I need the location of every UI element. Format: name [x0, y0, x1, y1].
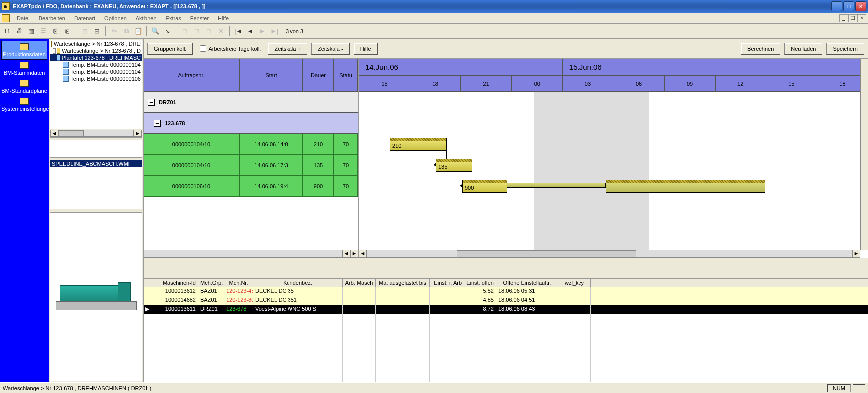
explorer-column: Warteschlange > Nr 123-678 , DREH -Warte…: [49, 39, 144, 382]
new-icon[interactable]: 🗋: [2, 26, 13, 37]
gruppen-button[interactable]: Gruppen koll.: [147, 43, 193, 55]
tree-node[interactable]: Temp. BM-Liste 0000000106: [50, 75, 142, 82]
col-dauer[interactable]: Dauer: [303, 59, 334, 92]
nav-prev-icon[interactable]: ◄: [245, 26, 256, 37]
tree-label: Temp. BM-Liste 0000000106: [70, 76, 141, 82]
gantt-hscroll[interactable]: ◄►: [359, 250, 860, 258]
tree-hscroll[interactable]: ◄►: [50, 129, 142, 137]
menu-bearbeiten[interactable]: Bearbeiten: [35, 14, 69, 22]
list-icon[interactable]: ☰: [38, 26, 49, 37]
scroll-right-icon[interactable]: ►: [852, 250, 860, 258]
tree-view[interactable]: Warteschlange > Nr 123-678 , DREH -Warte…: [50, 40, 142, 138]
col-status[interactable]: Statu: [334, 59, 358, 92]
tree-node[interactable]: -Warteschlange > Nr 123-678 , D: [50, 47, 142, 54]
sidebar-item-standardplaene[interactable]: BM-Standardpläne: [1, 78, 47, 96]
col-einst-arb[interactable]: Einst. i. Arb: [430, 279, 464, 287]
zeitskala-plus-button[interactable]: Zeitskala +: [268, 43, 307, 55]
gantt-bar-ext[interactable]: [606, 183, 765, 193]
machine-row[interactable]: 1000013612BAZ01120-123-45DECKEL DC 355,5…: [144, 287, 868, 296]
arbeitsfrei-checkbox[interactable]: Arbeitsfreie Tage koll.: [197, 45, 264, 52]
mdi-restore-icon[interactable]: ❐: [848, 14, 857, 22]
data-row[interactable]: 0000000106/1014.06.06 19:490070: [144, 176, 358, 196]
zeitskala-minus-button[interactable]: Zeitskala -: [311, 43, 350, 55]
doc-icon: [63, 62, 69, 68]
maximize-button[interactable]: □: [843, 1, 854, 11]
tree-node[interactable]: Temp. BM-Liste 0000000104: [50, 61, 142, 68]
col-wzlkey[interactable]: wzl_key: [558, 279, 591, 287]
data-row[interactable]: 0000000104/1014.06.06 14:021070: [144, 134, 358, 155]
scroll-left-icon[interactable]: ◄: [359, 250, 367, 258]
gantt-bar[interactable]: 900: [462, 183, 507, 193]
find-icon[interactable]: 🔍: [150, 26, 161, 37]
subgroup-row[interactable]: −123-678: [144, 113, 358, 134]
grid-hscroll[interactable]: ◄►: [144, 250, 358, 258]
tree-root[interactable]: Warteschlange > Nr 123-678 , DREH: [50, 40, 142, 47]
menu-extras[interactable]: Extras: [162, 14, 185, 22]
gantt-bar[interactable]: 210: [390, 141, 447, 151]
speichern-button[interactable]: Speichern: [826, 43, 864, 55]
mdi-close-icon[interactable]: ×: [857, 14, 866, 22]
machine-row[interactable]: 1000014682BAZ01120-123-80DECKEL DC 3514,…: [144, 296, 868, 305]
menu-aktionen[interactable]: Aktionen: [132, 14, 161, 22]
sidebar-item-produktion[interactable]: Produktionsdaten: [1, 41, 47, 60]
collapse-icon[interactable]: −: [148, 99, 155, 106]
checkbox-input[interactable]: [200, 45, 206, 52]
menu-hilfe[interactable]: Hilfe: [214, 14, 233, 22]
nav-first-icon[interactable]: |◄: [233, 26, 244, 37]
copy-struct-icon[interactable]: ⎘: [50, 26, 61, 37]
col-einst-offen[interactable]: Einst. offen: [464, 279, 496, 287]
scroll-right-icon[interactable]: ►: [350, 250, 358, 258]
collapse-icon[interactable]: −: [154, 120, 161, 127]
machine-grid-body[interactable]: 1000013612BAZ01120-123-45DECKEL DC 355,5…: [144, 287, 868, 382]
doc-icon: [57, 55, 60, 61]
gantt-vscroll[interactable]: [860, 59, 868, 250]
gantt-chart[interactable]: 14.Jun.06 15.Jun.06 15 18 21 00 03 06 09…: [359, 59, 868, 258]
paste-struct-icon[interactable]: ⎗: [62, 26, 73, 37]
sidebar-item-stammdaten[interactable]: BM-Stammdaten: [1, 60, 47, 78]
col-select[interactable]: [144, 279, 154, 287]
minimize-button[interactable]: _: [831, 1, 842, 11]
berechnen-button[interactable]: Berechnen: [741, 43, 780, 55]
gantt-bar-ext[interactable]: [507, 183, 606, 188]
col-auftragsnr[interactable]: Auftragsnr.: [144, 59, 239, 92]
data-row[interactable]: 0000000104/1014.06.06 17:313570: [144, 155, 358, 176]
separator: [105, 26, 106, 36]
col-arbmasch[interactable]: Arb. Masch: [343, 279, 376, 287]
tool-b-icon[interactable]: ⊟: [91, 26, 102, 37]
close-button[interactable]: ×: [855, 1, 866, 11]
neuladen-button[interactable]: Neu laden: [784, 43, 822, 55]
scroll-left-icon[interactable]: ◄: [342, 250, 350, 258]
hour-cell: 03: [563, 75, 613, 92]
menu-datenart[interactable]: Datenart: [70, 14, 99, 22]
gantt-body[interactable]: 210 135 900: [359, 92, 868, 258]
machine-row[interactable]: ▶1000013611DRZ01123-678Voest-Alpine WNC …: [144, 305, 868, 314]
menu-fenster[interactable]: Fenster: [186, 14, 213, 22]
list-panel-2[interactable]: SPEEDLINE_ABCMASCH.WMF: [50, 160, 142, 209]
tree-node[interactable]: Temp. BM-Liste 0000000104: [50, 68, 142, 75]
list-panel-1[interactable]: [50, 140, 142, 158]
list-item-selected[interactable]: SPEEDLINE_ABCMASCH.WMF: [50, 160, 142, 167]
col-mchgrp[interactable]: Mch.Grp.: [198, 279, 224, 287]
group-row[interactable]: −DRZ01: [144, 92, 358, 113]
print-icon[interactable]: 🖶: [14, 26, 25, 37]
col-ausgelastet[interactable]: Ma. ausgelastet bis: [376, 279, 430, 287]
sidebar-item-systemeinstellungen[interactable]: Systemeinstellungen: [1, 96, 47, 114]
gantt-bar[interactable]: 135: [436, 162, 472, 172]
col-mchnr[interactable]: Mch.Nr.: [224, 279, 253, 287]
scroll-thumb[interactable]: [59, 130, 84, 136]
scroll-left-icon[interactable]: ◄: [50, 130, 58, 137]
menu-datei[interactable]: Datei: [13, 14, 34, 22]
grid-icon[interactable]: ▦: [26, 26, 37, 37]
scroll-thumb[interactable]: [457, 250, 636, 257]
collapse-icon[interactable]: -: [53, 48, 56, 54]
hilfe-button[interactable]: Hilfe: [354, 43, 378, 55]
find-next-icon[interactable]: ↘: [162, 26, 173, 37]
mdi-min-icon[interactable]: _: [839, 14, 848, 22]
col-start[interactable]: Start: [239, 59, 303, 92]
col-maschinen-id[interactable]: Maschinen-Id: [154, 279, 198, 287]
scroll-right-icon[interactable]: ►: [134, 130, 142, 137]
col-offene-auftr[interactable]: Offene Einstellauftr.: [496, 279, 558, 287]
col-kundenbez[interactable]: Kundenbez.: [253, 279, 343, 287]
menu-optionen[interactable]: Optionen: [100, 14, 131, 22]
tree-node-selected[interactable]: Plantafel 123-678 , DREHMASC: [50, 54, 142, 61]
